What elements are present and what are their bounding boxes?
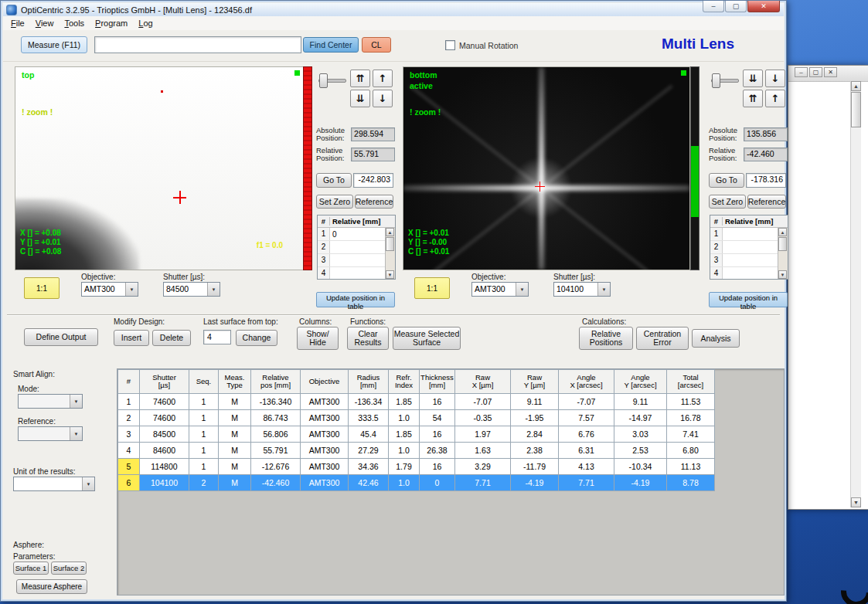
result-cell[interactable]: 2.84 [511, 426, 559, 443]
column-header[interactable]: Relative pos [mm] [251, 370, 301, 394]
menu-tools[interactable]: Tools [59, 18, 90, 29]
result-cell[interactable]: 2 [189, 475, 219, 491]
surface1-button[interactable]: Surface 1 [13, 562, 49, 575]
result-cell[interactable]: 7.71 [559, 475, 614, 491]
result-cell[interactable]: 1 [189, 410, 219, 426]
result-cell[interactable]: M [219, 410, 251, 426]
chevron-down-icon[interactable]: ▼ [516, 283, 528, 296]
result-cell[interactable]: 84500 [140, 426, 189, 443]
update-position-button[interactable]: Update position in table [709, 292, 788, 307]
result-cell[interactable]: AMT300 [301, 475, 349, 491]
mode-select[interactable]: ▼ [18, 394, 83, 409]
result-cell[interactable]: M [219, 459, 251, 475]
reference-button[interactable]: Reference [747, 195, 786, 209]
jog-arrow-button[interactable]: ⇈ [743, 90, 763, 107]
close-icon[interactable]: ✕ [824, 67, 837, 77]
scroll-down-icon[interactable]: ▼ [851, 497, 861, 507]
column-header[interactable]: # [118, 370, 140, 394]
row-number-cell[interactable]: 2 [118, 410, 140, 426]
last-surface-input[interactable]: 4 [203, 330, 231, 344]
menu-log[interactable]: Log [133, 18, 158, 29]
delete-button[interactable]: Delete [152, 330, 191, 346]
cl-button[interactable]: CL [362, 37, 391, 53]
scroll-down-icon[interactable]: ▼ [778, 270, 787, 279]
result-cell[interactable]: 26.38 [420, 443, 455, 459]
result-cell[interactable]: 6.31 [559, 443, 614, 459]
minimize-icon[interactable]: – [795, 67, 808, 77]
result-cell[interactable]: 45.4 [349, 426, 389, 443]
toolbar-input[interactable] [94, 36, 301, 53]
result-cell[interactable]: 7.41 [667, 426, 715, 443]
update-position-button[interactable]: Update position in table [316, 292, 395, 307]
jog-arrow-button[interactable]: ⇈ [350, 70, 370, 87]
chevron-down-icon[interactable]: ▼ [207, 283, 220, 296]
result-cell[interactable]: M [219, 426, 251, 443]
result-cell[interactable]: 3.29 [455, 459, 511, 475]
result-cell[interactable]: 11.13 [667, 459, 715, 475]
result-cell[interactable]: M [219, 394, 251, 410]
go-to-input[interactable]: -178.316 [746, 173, 786, 188]
measure-selected-surface-button[interactable]: Measure Selected Surface [393, 327, 461, 350]
result-cell[interactable]: AMT300 [301, 443, 349, 459]
position-row[interactable]: 2 [318, 241, 386, 254]
scroll-up-icon[interactable]: ▲ [386, 228, 394, 236]
result-cell[interactable]: 1.97 [455, 426, 511, 443]
position-row[interactable]: 3 [318, 254, 386, 267]
jog-arrow-button[interactable]: ↑ [765, 90, 785, 107]
result-cell[interactable]: 16.78 [667, 410, 715, 426]
find-center-button[interactable]: Find Center [303, 37, 359, 53]
centration-error-button[interactable]: Centration Error [636, 327, 689, 350]
shutter-select[interactable]: 104100 ▼ [553, 282, 611, 297]
close-button[interactable]: ✕ [747, 1, 780, 12]
minimize-button[interactable]: – [703, 1, 724, 12]
result-cell[interactable]: 1.79 [389, 459, 420, 475]
result-cell[interactable]: -136.340 [251, 394, 301, 410]
column-header[interactable]: Thickness [mm] [420, 370, 455, 394]
column-header[interactable]: Raw Y [µm] [511, 370, 559, 394]
result-cell[interactable]: 55.791 [251, 443, 301, 459]
position-row[interactable]: 3 [710, 254, 778, 267]
chevron-down-icon[interactable]: ▼ [82, 477, 94, 490]
result-cell[interactable]: 9.11 [511, 394, 559, 410]
clear-results-button[interactable]: Clear Results [347, 327, 389, 350]
column-header[interactable]: Objective [301, 370, 349, 394]
maximize-icon[interactable]: ▢ [809, 67, 822, 77]
column-header[interactable]: Angle X [arcsec] [559, 370, 614, 394]
result-cell[interactable]: 84600 [140, 443, 189, 459]
row-number-cell[interactable]: 5 [118, 459, 140, 475]
column-header[interactable]: Seq. [189, 370, 219, 394]
result-cell[interactable]: 1 [189, 426, 219, 443]
maximize-button[interactable]: ▢ [725, 1, 747, 12]
scroll-up-icon[interactable]: ▲ [778, 228, 787, 236]
result-cell[interactable]: -10.34 [614, 459, 667, 475]
result-cell[interactable]: -7.07 [559, 394, 614, 410]
result-cell[interactable]: 16 [420, 459, 455, 475]
scrollbar[interactable]: ▲ ▼ [778, 228, 788, 279]
manual-rotation-checkbox[interactable] [445, 40, 455, 50]
reference-button[interactable]: Reference [355, 195, 393, 209]
result-cell[interactable]: 34.36 [349, 459, 389, 475]
scroll-up-icon[interactable]: ▲ [851, 81, 861, 91]
scrollbar-thumb[interactable] [778, 237, 787, 251]
column-header[interactable]: Meas. Type [219, 370, 251, 394]
result-cell[interactable]: 1.0 [389, 475, 420, 491]
result-cell[interactable]: 86.743 [251, 410, 301, 426]
result-cell[interactable]: 2.38 [511, 443, 559, 459]
jog-speed-slider[interactable] [710, 73, 740, 90]
set-zero-button[interactable]: Set Zero [709, 195, 746, 209]
go-to-button[interactable]: Go To [316, 173, 352, 188]
scale-1to1-button[interactable]: 1:1 [24, 277, 60, 299]
result-cell[interactable]: 114800 [140, 459, 189, 475]
go-to-button[interactable]: Go To [709, 173, 744, 188]
row-number-cell[interactable]: 3 [118, 426, 140, 443]
result-cell[interactable]: AMT300 [301, 426, 349, 443]
measure-asphere-button[interactable]: Measure Asphere [16, 579, 87, 594]
chevron-down-icon[interactable]: ▼ [70, 395, 82, 408]
result-cell[interactable]: 54 [420, 410, 455, 426]
result-cell[interactable]: 16 [420, 426, 455, 443]
result-cell[interactable]: 1 [189, 394, 219, 410]
chevron-down-icon[interactable]: ▼ [70, 427, 82, 440]
result-cell[interactable]: -12.676 [251, 459, 301, 475]
result-cell[interactable]: 9.11 [614, 394, 667, 410]
result-cell[interactable]: AMT300 [301, 410, 349, 426]
